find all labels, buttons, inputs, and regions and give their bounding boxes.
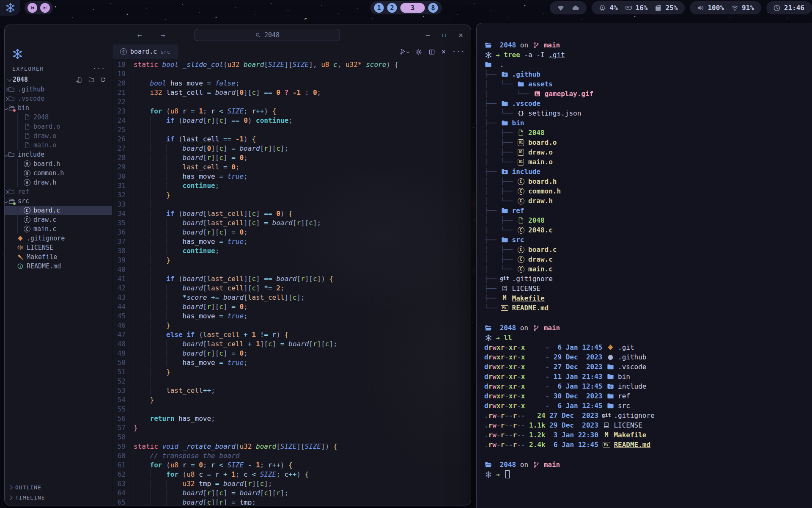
new-file-button[interactable] [76, 75, 82, 83]
run-button[interactable] [399, 48, 409, 55]
tree-item-src[interactable]: src [5, 196, 112, 206]
tree-item-board.o[interactable]: board.o [5, 122, 112, 131]
M-icon: M [604, 430, 608, 440]
code-line: 56 return has_move; [112, 414, 471, 423]
code-line: 21 i32 last_cell = board[0][c] == 0 ? -1… [112, 88, 471, 97]
code-editor[interactable]: 18static bool _slide_col(u32 board[SIZE]… [112, 59, 471, 505]
new-folder-button[interactable] [88, 75, 94, 83]
code-line: 50 has_move = true; [112, 358, 471, 367]
close-button[interactable]: × [458, 30, 463, 39]
media-prev-button[interactable] [27, 3, 37, 13]
sidebar-section-outline[interactable]: OUTLINE [5, 482, 112, 492]
settings-gear-icon[interactable] [415, 48, 422, 56]
tree-item-README.md[interactable]: README.md [5, 262, 112, 271]
editor-titlebar[interactable]: ← → 2048 – □ × [5, 25, 471, 44]
scales-icon [17, 244, 24, 251]
terminal-cursor-line[interactable]: → [484, 469, 812, 479]
tree-item-common.h[interactable]: Hcommon.h [5, 168, 112, 178]
tree-item-LICENSE[interactable]: LICENSE [5, 243, 112, 252]
code-line: 23 for (u8 r = 1; r < SIZE; r++) { [112, 107, 471, 116]
tree-item-board.h[interactable]: Hboard.h [5, 159, 112, 168]
code-line: 53 last_cell++; [112, 386, 471, 395]
sidebar-section-timeline[interactable]: TIMELINE [5, 492, 112, 502]
code-line: 29 last_cell = 0; [112, 163, 471, 172]
tree-item-Makefile[interactable]: Makefile [5, 252, 112, 262]
tree-item-draw.c[interactable]: Cdraw.c [5, 215, 112, 224]
code-line: 26 if (last_cell == -1) { [112, 135, 471, 144]
01-icon: 01 [518, 149, 524, 156]
code-line: 65 board[c][r] = tmp; [112, 498, 471, 505]
clock: 21:46 [766, 1, 812, 14]
tree-output-main.c: │ └── Cmain.c [484, 264, 812, 274]
ll-row-ref: drwxr-xr-x - 30 Dec 2023 ref [484, 391, 812, 401]
code-line: 35 board[last_cell][c] = board[r][c]; [112, 218, 471, 228]
workspace-8[interactable]: 8 [428, 3, 438, 13]
code-line: 41 if (board[last_cell][c] == board[r][c… [112, 274, 471, 284]
code-line: 43 *score += board[last_cell][c]; [112, 293, 471, 302]
nav-forward-icon[interactable]: → [161, 30, 165, 39]
ll-row-LICENSE: .rw-r--r-- 1.1k 29 Dec 2023 LICENSE [484, 420, 812, 430]
tree-item-bin[interactable]: bin [5, 103, 112, 113]
folder-icon [607, 392, 614, 400]
tree-item-main.c[interactable]: Cmain.c [5, 224, 112, 234]
folder-icon [607, 363, 614, 370]
tree-output-board.c: │ ├── Cboard.c [484, 245, 812, 254]
ll-row-README.md: .rw-r--r-- 2.4k 6 Jan 12:45 M↓README.md [484, 440, 812, 450]
workspace-2[interactable]: 2 [387, 3, 397, 13]
folder-o-icon [8, 95, 15, 102]
tree-item-.github[interactable]: .github [5, 85, 112, 94]
nix-logo[interactable] [0, 0, 20, 16]
ll-row-.github: drwxr-xr-x - 29 Dec 2023 .github [484, 352, 812, 362]
media-next-button[interactable] [40, 3, 50, 13]
terminal-command: → ll [484, 333, 812, 342]
tree-item-.gitignore[interactable]: .gitignore [5, 234, 112, 243]
tree-root-2048[interactable]: 2048 [5, 74, 112, 85]
folder-o-icon [8, 151, 15, 158]
maximize-button[interactable]: □ [442, 32, 446, 38]
tab-board-c[interactable]: C board.c src [112, 44, 178, 59]
tree-item-draw.o[interactable]: draw.o [5, 131, 112, 141]
snow-icon [485, 52, 492, 58]
tree-item-draw.h[interactable]: Hdraw.h [5, 178, 112, 187]
file-icon [517, 217, 524, 224]
minimize-button[interactable]: – [426, 31, 430, 39]
chevron-right-icon [8, 485, 13, 489]
code-line: 60 // transpose the board [112, 451, 471, 461]
01-icon: 01 [518, 159, 524, 166]
tree-item-main.o[interactable]: main.o [5, 141, 112, 150]
ll-row-bin: drwxr-xr-x - 11 Jan 21:43 bin [484, 372, 812, 381]
terminal-window[interactable]: 2048 on main→ tree -a -I .git .├── .gith… [476, 23, 812, 508]
tree-item-board.c[interactable]: Cboard.c [5, 206, 112, 215]
code-line: 44 board[r][c] = 0; [112, 302, 471, 312]
tree-item-ref[interactable]: ref [5, 187, 112, 196]
workspace-3[interactable]: 3 [401, 3, 425, 13]
close-editor-icon[interactable]: × [442, 47, 446, 56]
tree-item-.vscode[interactable]: .vscode [5, 94, 112, 103]
tree-output-.vscode: ├── .vscode [484, 99, 812, 108]
app-logo-icon [5, 44, 112, 63]
refresh-button[interactable] [100, 75, 106, 83]
nav-back-icon[interactable]: ← [137, 30, 142, 39]
tree-output-LICENSE: ├── LICENSE [484, 284, 812, 293]
wifi-stat: 91% [731, 4, 754, 12]
split-editor-icon[interactable] [428, 48, 435, 56]
network-indicators[interactable] [550, 1, 587, 14]
tab-bar: C board.c src × ··· [112, 44, 471, 59]
command-center-search[interactable]: 2048 [195, 29, 340, 41]
tree-item-include[interactable]: include [5, 150, 112, 159]
tab-label: board.c [130, 48, 157, 55]
tree-item-2048[interactable]: 2048 [5, 113, 112, 122]
volume-wifi[interactable]: 100%91% [690, 1, 761, 14]
git-icon: git [602, 411, 611, 420]
folder-o-icon [8, 188, 15, 195]
search-icon [255, 32, 261, 38]
explorer-more-icon[interactable]: ··· [93, 65, 105, 72]
code-line: 28 board[r][c] = 0; [112, 153, 471, 163]
file-icon [24, 123, 30, 130]
git-icon: git [500, 274, 509, 284]
tree-output-bin: ├── bin [484, 118, 812, 128]
C-icon: C [24, 216, 30, 223]
workspace-1[interactable]: 1 [374, 3, 384, 13]
H-icon: H [24, 160, 30, 167]
more-actions-icon[interactable]: ··· [452, 48, 465, 55]
